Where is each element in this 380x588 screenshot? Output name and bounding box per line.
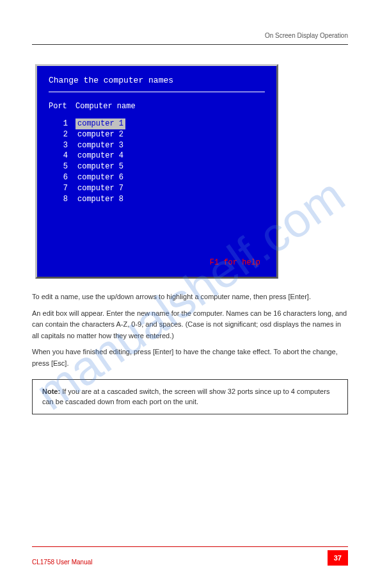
port-number: 3 — [49, 140, 68, 151]
port-number: 4 — [49, 151, 68, 161]
computer-name: computer 5 — [75, 161, 125, 172]
paragraph: To edit a name, use the up/down arrows t… — [32, 291, 348, 303]
page-footer: CL1758 User Manual 37 — [32, 546, 348, 566]
note-label: Note: — [42, 388, 60, 395]
computer-name: computer 2 — [75, 129, 125, 140]
name-column-header: Computer name — [75, 102, 136, 111]
body-text: To edit a name, use the up/down arrows t… — [32, 291, 348, 414]
page-number: 37 — [328, 550, 348, 566]
paragraph: An edit box will appear. Enter the new n… — [32, 308, 348, 342]
kvm-screen: Change the computer names Port Computer … — [35, 64, 278, 279]
computer-name: computer 6 — [75, 172, 125, 183]
kvm-row: 8 computer 8 — [49, 194, 265, 205]
port-number: 7 — [49, 183, 68, 194]
port-number: 1 — [49, 118, 68, 129]
note-text: If you are at a cascaded switch, the scr… — [42, 388, 329, 406]
help-hint: F1 for help — [210, 258, 260, 267]
paragraph: When you have finished editing, press [E… — [32, 347, 348, 369]
page-header: On Screen Display Operation — [32, 32, 348, 45]
port-number: 2 — [49, 129, 68, 140]
kvm-row: 7 computer 7 — [49, 183, 265, 194]
kvm-row: 1 computer 1 — [49, 118, 265, 129]
computer-name: computer 1 — [75, 118, 125, 129]
port-number: 5 — [49, 161, 68, 172]
kvm-divider — [49, 92, 265, 92]
kvm-title: Change the computer names — [49, 76, 265, 85]
kvm-computer-list: 1 computer 1 2 computer 2 3 computer 3 4… — [49, 118, 265, 204]
computer-name: computer 7 — [75, 183, 125, 194]
port-number: 8 — [49, 194, 68, 205]
port-number: 6 — [49, 172, 68, 183]
kvm-row: 3 computer 3 — [49, 140, 265, 151]
computer-name: computer 3 — [75, 140, 125, 151]
computer-name: computer 4 — [75, 151, 125, 161]
note-box: Note: If you are at a cascaded switch, t… — [32, 379, 348, 414]
model-name: CL1758 — [32, 559, 54, 566]
kvm-row: 4 computer 4 — [49, 151, 265, 161]
manual-label: User Manual — [56, 559, 93, 566]
computer-name: computer 8 — [75, 194, 125, 205]
header-right: On Screen Display Operation — [265, 32, 348, 39]
kvm-row: 6 computer 6 — [49, 172, 265, 183]
kvm-row: 2 computer 2 — [49, 129, 265, 140]
footer-text: CL1758 User Manual — [32, 559, 93, 566]
kvm-row: 5 computer 5 — [49, 161, 265, 172]
kvm-column-headers: Port Computer name — [49, 102, 265, 111]
port-column-header: Port — [49, 102, 68, 111]
